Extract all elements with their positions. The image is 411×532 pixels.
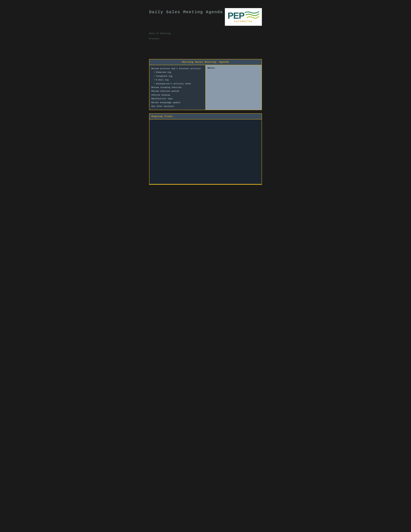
- ongoing-header: Ongoing Items:: [149, 114, 262, 119]
- page: Daily Sales Meeting Agenda PEP AUTOMOTIV…: [143, 3, 268, 191]
- agenda-item-review-previous: Review previous day’s business activity:: [151, 67, 203, 70]
- agenda-item-market-knowledge: Market knowledge update: [151, 101, 203, 104]
- logo-right: [245, 12, 259, 20]
- logo-waves-svg: [245, 11, 259, 20]
- agenda-item-email-log: » E-mail log: [151, 78, 203, 82]
- ongoing-section: Ongoing Items:: [149, 113, 262, 184]
- agenda-item-salesperson-sheet: » Salesperson’s activity sheet: [151, 82, 203, 86]
- agenda-item-review-incoming: Review incoming vehicles: [151, 86, 203, 89]
- bullet-icon: »: [154, 75, 155, 78]
- logo-container: PEP AUTOMOTIVE: [225, 8, 262, 26]
- morning-meeting-table: Morning Sales Meeting: Agenda Review pre…: [149, 59, 262, 110]
- date-of-meeting-label: Date of Meeting:: [149, 32, 262, 35]
- logo-pep-text: PEP: [228, 11, 244, 20]
- ongoing-body: [149, 119, 262, 184]
- spacer: [149, 43, 262, 59]
- bullet-icon: »: [154, 71, 155, 74]
- agenda-column: Review previous day’s business activity:…: [149, 65, 206, 110]
- bottom-border-line: [149, 184, 262, 185]
- notes-label: Notes:: [208, 67, 260, 69]
- page-title: Daily Sales Meeting Agenda: [149, 10, 223, 15]
- bullet-icon: »: [154, 82, 155, 85]
- agenda-item-other-business: Any other business: [151, 104, 203, 108]
- header: Daily Sales Meeting Agenda PEP AUTOMOTIV…: [149, 8, 262, 26]
- page-title-container: Daily Sales Meeting Agenda: [149, 8, 223, 15]
- agenda-item-manufacturer-news: Manufacturer news: [151, 97, 203, 101]
- agenda-item-vehicle-display: Vehicle display: [151, 93, 203, 97]
- present-label: Present:: [149, 38, 262, 40]
- notes-column: Notes:: [206, 65, 262, 110]
- morning-section-header: Morning Sales Meeting: Agenda: [149, 59, 262, 65]
- agenda-item-showroom-log: » Showroom log: [151, 70, 203, 74]
- logo-tagline: AUTOMOTIVE: [234, 20, 253, 23]
- agenda-item-telephone-log: » Telephone log: [151, 74, 203, 78]
- ongoing-header-text: Ongoing Items:: [151, 115, 174, 118]
- meta-section: Date of Meeting: Present:: [149, 32, 262, 40]
- agenda-item-review-vehicles-wanted: Review vehicles wanted: [151, 89, 203, 93]
- logo-graphic: PEP: [228, 11, 259, 20]
- bullet-icon: »: [154, 78, 155, 82]
- morning-section-header-text: Morning Sales Meeting: Agenda: [182, 61, 229, 64]
